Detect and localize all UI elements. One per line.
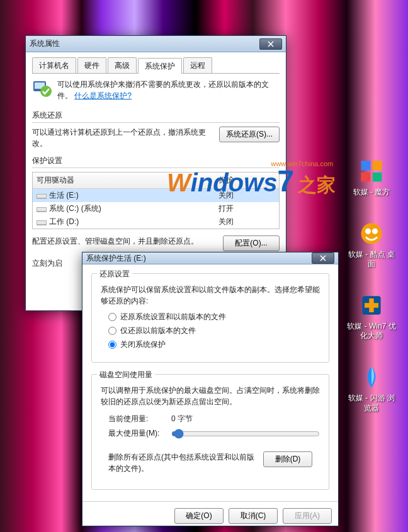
svg-rect-14	[37, 208, 46, 211]
section-protect-header: 保护设置	[32, 156, 280, 168]
close-icon	[320, 255, 326, 261]
svg-rect-0	[361, 161, 371, 171]
drive-row[interactable]: 系统 (C:) (系统) 打开	[33, 202, 279, 215]
desktop-icon-win7opt[interactable]: 软媒 - Win7 优化大师	[346, 291, 397, 341]
restore-settings-group: 还原设置 系统保护可以保留系统设置和以前文件版本的副本。选择您希望能够还原的内容…	[91, 273, 329, 363]
max-usage-slider[interactable]	[171, 429, 320, 439]
tab-strip: 计算机名 硬件 高级 系统保护 远程	[32, 57, 280, 74]
titlebar[interactable]: 系统属性	[26, 36, 286, 52]
window-title: 系统保护生活 (E:)	[86, 253, 312, 264]
close-icon	[268, 41, 274, 47]
svg-rect-12	[37, 195, 46, 198]
radio-option-off[interactable]: 关闭系统保护	[108, 339, 320, 350]
drive-list-header: 可用驱动器 保护	[33, 173, 279, 189]
dialog-body: 还原设置 系统保护可以保留系统设置和以前文件版本的副本。选择您希望能够还原的内容…	[82, 264, 338, 501]
svg-point-5	[365, 228, 371, 234]
drive-icon	[37, 192, 47, 200]
delete-button[interactable]: 删除(D)	[263, 451, 312, 467]
svg-rect-16	[37, 221, 46, 224]
info-text: 可以使用系统保护来撤消不需要的系统更改，还原以前版本的文件。 什么是系统保护?	[57, 79, 280, 101]
dialog-buttons: 确定(O) 取消(C) 应用(A)	[82, 501, 338, 530]
group-legend: 磁盘空间使用量	[97, 370, 155, 380]
delete-description: 删除所有还原点(其中包括系统设置和以前版本的文件)。	[108, 451, 256, 474]
what-is-link[interactable]: 什么是系统保护?	[74, 91, 132, 100]
current-usage-label: 当前使用量:	[108, 414, 171, 424]
drive-row[interactable]: 生活 (E:) 关闭	[33, 189, 279, 202]
drive-list[interactable]: 可用驱动器 保护 生活 (E:) 关闭 系统 (C:) (系统) 打开 工作 (…	[32, 172, 280, 229]
drive-icon	[37, 218, 47, 226]
svg-point-4	[361, 223, 382, 244]
svg-rect-3	[373, 173, 382, 182]
tab-computer-name[interactable]: 计算机名	[32, 57, 76, 73]
system-restore-button[interactable]: 系统还原(S)...	[219, 127, 280, 142]
desktop-icon-label: 软媒 - Win7 优化大师	[346, 322, 397, 341]
info-row: 可以使用系统保护来撤消不需要的系统更改，还原以前版本的文件。 什么是系统保护?	[32, 79, 280, 101]
disk-usage-group: 磁盘空间使用量 可以调整用于系统保护的最大磁盘空间。占满空间时，系统将删除较旧的…	[91, 374, 329, 490]
restore-description: 可以通过将计算机还原到上一个还原点，撤消系统更改。	[32, 127, 213, 149]
col-status: 保护	[218, 175, 275, 186]
svg-point-6	[372, 228, 378, 234]
tab-system-protection[interactable]: 系统保护	[138, 58, 182, 74]
tab-advanced[interactable]: 高级	[108, 57, 137, 73]
drive-row[interactable]: 工作 (D:) 关闭	[33, 215, 279, 229]
apply-button[interactable]: 应用(A)	[283, 508, 332, 524]
configure-protection-dialog: 系统保护生活 (E:) 还原设置 系统保护可以保留系统设置和以前文件版本的副本。…	[82, 252, 339, 526]
desktop-icon-label: 软媒 - 闪游 浏览器	[346, 393, 397, 413]
window-title: 系统属性	[30, 38, 259, 49]
desktop-icons: 软媒 - 魔方 软媒 - 酷点 桌面 软媒 - Win7 优化大师 软媒 - 闪…	[346, 157, 397, 413]
config-description: 配置还原设置、管理磁盘空间，并且删除还原点。	[32, 235, 217, 247]
group-legend: 还原设置	[97, 269, 132, 280]
current-usage-value: 0 字节	[171, 414, 193, 424]
ok-button[interactable]: 确定(O)	[174, 508, 224, 524]
titlebar[interactable]: 系统保护生活 (E:)	[82, 252, 338, 264]
radio-option-files-only[interactable]: 仅还原以前版本的文件	[108, 325, 320, 336]
svg-rect-1	[373, 161, 382, 171]
close-button[interactable]	[259, 38, 282, 50]
drive-icon	[37, 205, 47, 213]
desktop-icon-label: 软媒 - 酷点 桌面	[346, 250, 397, 269]
desktop-icon-mofang[interactable]: 软媒 - 魔方	[346, 157, 397, 198]
close-button[interactable]	[312, 252, 334, 264]
desktop-icon-label: 软媒 - 魔方	[353, 188, 390, 198]
group-description: 可以调整用于系统保护的最大磁盘空间。占满空间时，系统将删除较旧的还原点以便为新还…	[101, 385, 320, 407]
tab-remote[interactable]: 远程	[183, 57, 212, 73]
max-usage-label: 最大使用量(M):	[108, 428, 171, 439]
group-description: 系统保护可以保留系统设置和以前文件版本的副本。选择您希望能够还原的内容:	[101, 284, 320, 307]
svg-rect-2	[361, 173, 371, 182]
configure-button[interactable]: 配置(O)...	[223, 235, 280, 251]
col-drive: 可用驱动器	[37, 175, 218, 186]
shield-icon	[32, 79, 52, 99]
desktop-icon-shanyou[interactable]: 软媒 - 闪游 浏览器	[346, 363, 397, 413]
radio-option-full[interactable]: 还原系统设置和以前版本的文件	[108, 312, 320, 322]
cancel-button[interactable]: 取消(C)	[229, 508, 278, 524]
desktop-icon-kudian[interactable]: 软媒 - 酷点 桌面	[346, 220, 397, 269]
section-restore-header: 系统还原	[32, 110, 280, 123]
tab-hardware[interactable]: 硬件	[77, 57, 106, 73]
